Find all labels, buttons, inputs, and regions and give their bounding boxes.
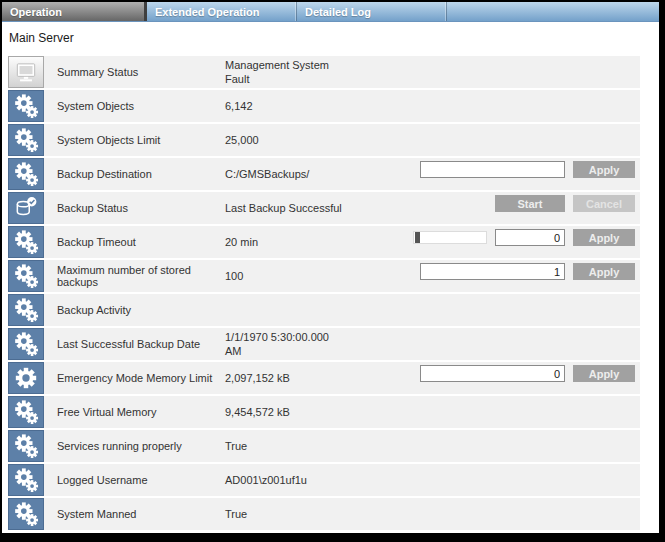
property-label: Services running properly [44,430,225,462]
backup-timeout-slider[interactable] [413,231,487,244]
property-row: Services running properly True [8,430,640,462]
property-value [225,294,375,326]
gears-icon-button[interactable] [8,90,44,122]
emergency-memory-input[interactable] [420,365,565,382]
max-stored-backups-input[interactable] [420,263,565,280]
gears-icon [13,263,39,289]
property-row: Summary Status Management System Fault [8,56,640,88]
property-value: True [225,430,375,462]
property-label: Backup Activity [44,294,225,326]
tab-detailed-log[interactable]: Detailed Log [297,2,447,21]
property-value: 25,000 [225,124,375,156]
gears-icon-button[interactable] [8,294,44,326]
gears-icon [13,467,39,493]
monitor-icon-button[interactable] [8,56,44,88]
property-value: True [225,498,375,530]
gear-icon [13,365,39,391]
backup-timeout-input[interactable] [495,229,565,246]
row-controls: Apply [420,263,635,280]
property-row: Backup Destination C:/GMSBackups/ Apply [8,158,640,190]
property-label: System Manned [44,498,225,530]
property-label: System Objects [44,90,225,122]
gears-icon-button[interactable] [8,158,44,190]
gears-icon-button[interactable] [8,430,44,462]
property-value: 100 [225,260,375,292]
gears-icon-button[interactable] [8,260,44,292]
gears-icon [13,399,39,425]
gears-icon-button[interactable] [8,498,44,530]
property-row: Emergency Mode Memory Limit 2,097,152 kB… [8,362,640,394]
property-row: System Manned True [8,498,640,530]
backup-destination-input[interactable] [420,161,565,178]
apply-button[interactable]: Apply [573,263,635,280]
gears-icon [13,501,39,527]
property-value: Management System Fault [225,56,375,88]
gears-icon [13,433,39,459]
gears-icon [13,297,39,323]
apply-button[interactable]: Apply [573,161,635,178]
property-value: 20 min [225,226,375,258]
property-row: System Objects 6,142 [8,90,640,122]
page-title: Main Server [2,22,659,54]
gears-icon [13,229,39,255]
gears-icon-button[interactable] [8,396,44,428]
property-value: Last Backup Successful [225,192,375,224]
gear-icon-button[interactable] [8,362,44,394]
property-value: 9,454,572 kB [225,396,375,428]
gears-icon [13,127,39,153]
property-row: Last Successful Backup Date 1/1/1970 5:3… [8,328,640,360]
property-row: Maximum number of stored backups 100 App… [8,260,640,292]
row-controls: Apply [420,365,635,382]
gears-icon-button[interactable] [8,226,44,258]
property-label: Logged Username [44,464,225,496]
property-label: Last Successful Backup Date [44,328,225,360]
main-server-window: OperationExtended OperationDetailed Log … [0,0,665,542]
property-row: Backup Timeout 20 min Apply [8,226,640,258]
apply-button[interactable]: Apply [573,229,635,246]
gears-icon [13,161,39,187]
gears-icon-button[interactable] [8,124,44,156]
property-value: 1/1/1970 5:30:00.000 AM [225,328,375,360]
property-row: System Objects Limit 25,000 [8,124,640,156]
start-button[interactable]: Start [495,195,565,212]
property-label: System Objects Limit [44,124,225,156]
tab-operation[interactable]: Operation [2,2,147,21]
gears-icon [13,93,39,119]
gears-icon [13,331,39,357]
property-row: Free Virtual Memory 9,454,572 kB [8,396,640,428]
database-check-icon [13,195,39,221]
property-value: 6,142 [225,90,375,122]
monitor-icon [13,59,39,85]
tab-bar: OperationExtended OperationDetailed Log [2,2,659,22]
property-label: Summary Status [44,56,225,88]
property-label: Backup Timeout [44,226,225,258]
gears-icon-button[interactable] [8,328,44,360]
property-label: Backup Destination [44,158,225,190]
row-controls: StartCancel [495,195,635,212]
tab-extended-operation[interactable]: Extended Operation [147,2,297,21]
property-value: AD001\z001uf1u [225,464,375,496]
property-row: Backup Status Last Backup Successful Sta… [8,192,640,224]
property-label: Free Virtual Memory [44,396,225,428]
property-rows: Summary Status Management System Fault S… [2,54,659,536]
property-row: Backup Activity [8,294,640,326]
property-label: Maximum number of stored backups [44,260,225,292]
gears-icon-button[interactable] [8,464,44,496]
property-row: Logged Username AD001\z001uf1u [8,464,640,496]
property-label: Emergency Mode Memory Limit [44,362,225,394]
property-value: 2,097,152 kB [225,362,375,394]
row-controls: Apply [420,161,635,178]
cancel-button[interactable]: Cancel [573,195,635,212]
database-check-icon-button[interactable] [8,192,44,224]
apply-button[interactable]: Apply [573,365,635,382]
property-label: Backup Status [44,192,225,224]
slider-thumb[interactable] [415,232,420,243]
property-value: C:/GMSBackups/ [225,158,375,190]
row-controls: Apply [413,229,635,246]
